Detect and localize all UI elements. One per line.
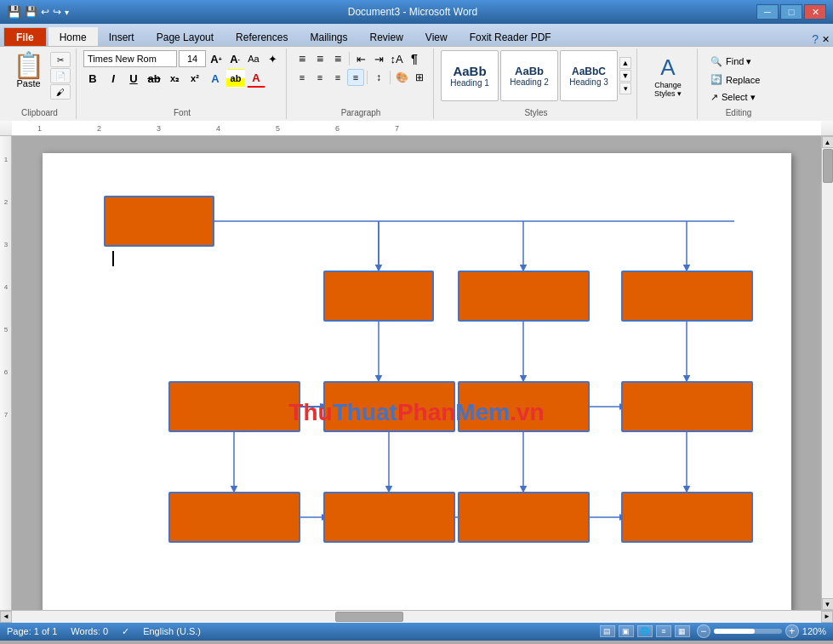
- tab-view[interactable]: View: [414, 27, 459, 46]
- font-name-input[interactable]: [83, 50, 177, 67]
- change-styles-group-content: A ChangeStyles ▾: [644, 50, 692, 106]
- align-center-button[interactable]: ≡: [311, 69, 328, 86]
- scroll-track[interactable]: [822, 148, 834, 598]
- clear-formatting-button[interactable]: ✦: [264, 50, 281, 67]
- heading1-style[interactable]: AaBb Heading 1: [441, 50, 499, 101]
- h-scroll-right-arrow[interactable]: ►: [821, 611, 833, 623]
- tab-foxit[interactable]: Foxit Reader PDF: [459, 27, 562, 46]
- zoom-controls: − + 120%: [697, 624, 826, 638]
- ribbon-expand-icon[interactable]: ✕: [822, 34, 830, 45]
- align-right-button[interactable]: ≡: [329, 69, 346, 86]
- format-painter-button[interactable]: 🖌: [50, 84, 71, 100]
- multilevel-button[interactable]: ≡: [329, 50, 346, 67]
- scroll-down-arrow[interactable]: ▼: [822, 598, 834, 610]
- flow-box-4: [621, 271, 753, 322]
- styles-scroll-up[interactable]: ▲: [619, 57, 631, 69]
- web-layout-icon[interactable]: 🌐: [637, 625, 653, 637]
- styles-group: AaBb Heading 1 AaBb Heading 2 AaBbC Head…: [436, 48, 637, 119]
- zoom-in-button[interactable]: +: [785, 624, 799, 638]
- select-button[interactable]: ↗ Select ▾: [705, 89, 773, 105]
- increase-indent-button[interactable]: ⇥: [370, 50, 387, 67]
- window-title: Document3 - Microsoft Word: [69, 6, 756, 18]
- heading1-preview: AaBb: [453, 64, 486, 78]
- print-layout-icon[interactable]: ▤: [600, 625, 615, 637]
- ribbon-help-icon[interactable]: ?: [812, 32, 819, 46]
- draft-icon[interactable]: ▦: [675, 625, 690, 637]
- h-scroll-left-arrow[interactable]: ◄: [0, 611, 12, 623]
- heading3-style[interactable]: AaBbC Heading 3: [560, 50, 618, 101]
- decrease-indent-button[interactable]: ⇤: [352, 50, 369, 67]
- subscript-button[interactable]: x₂: [165, 69, 184, 88]
- title-bar: 💾 💾 ↩ ↪ ▾ Document3 - Microsoft Word ─ □…: [0, 0, 833, 24]
- change-styles-button[interactable]: A ChangeStyles ▾: [644, 50, 692, 101]
- tab-mailings[interactable]: Mailings: [299, 27, 358, 46]
- para-row-2: ≡ ≡ ≡ ≡ ↕ 🎨 ⊞: [294, 69, 428, 86]
- copy-button[interactable]: 📄: [50, 68, 71, 83]
- tab-review[interactable]: Review: [358, 27, 414, 46]
- strikethrough-button[interactable]: ab: [145, 69, 163, 88]
- find-button[interactable]: 🔍 Find ▾: [705, 54, 773, 70]
- font-size-input[interactable]: [179, 50, 206, 67]
- heading2-label: Heading 2: [510, 77, 549, 87]
- tab-insert[interactable]: Insert: [98, 27, 145, 46]
- borders-button[interactable]: ⊞: [411, 69, 428, 86]
- replace-button[interactable]: 🔄 Replace: [705, 71, 773, 88]
- scroll-thumb[interactable]: [823, 149, 833, 183]
- show-hide-button[interactable]: ¶: [406, 50, 423, 67]
- text-highlight-button[interactable]: ab: [226, 69, 245, 88]
- svg-text:3: 3: [4, 241, 9, 248]
- font-shrink-button[interactable]: A-: [226, 50, 243, 67]
- redo-btn[interactable]: ↪: [53, 6, 61, 18]
- maximize-btn[interactable]: □: [780, 4, 802, 20]
- numbering-button[interactable]: ≡: [311, 50, 328, 67]
- text-cursor: [112, 251, 114, 266]
- font-group-content: A+ A- Aa ✦ B I U ab x₂ x² A ab A: [83, 50, 281, 106]
- zoom-out-button[interactable]: −: [697, 624, 710, 638]
- tab-references[interactable]: References: [225, 27, 299, 46]
- document-page: ThuThuatPhanMem.vn: [43, 153, 791, 610]
- sort-button[interactable]: ↕A: [388, 50, 405, 67]
- bold-button[interactable]: B: [83, 69, 102, 88]
- bullets-button[interactable]: ≡: [294, 50, 311, 67]
- scroll-up-arrow[interactable]: ▲: [822, 136, 834, 148]
- h-scroll-track[interactable]: [12, 611, 821, 623]
- ruler-marks: 1 2 3 4 5 6 7: [12, 121, 821, 136]
- document-area[interactable]: ThuThuatPhanMem.vn: [12, 136, 821, 610]
- close-btn[interactable]: ✕: [804, 4, 826, 20]
- paste-button[interactable]: 📋 Paste: [9, 50, 48, 100]
- styles-label: Styles: [524, 106, 547, 117]
- ribbon-content: 📋 Paste ✂ 📄 🖌 Clipboard A+ A- A: [0, 46, 833, 121]
- check-icon: ✓: [122, 626, 129, 637]
- clipboard-group-content: 📋 Paste ✂ 📄 🖌: [9, 50, 71, 106]
- tab-pagelayout[interactable]: Page Layout: [145, 27, 225, 46]
- align-left-button[interactable]: ≡: [294, 69, 311, 86]
- text-effect-button[interactable]: A: [206, 69, 225, 88]
- heading2-style[interactable]: AaBb Heading 2: [500, 50, 558, 101]
- outline-icon[interactable]: ≡: [656, 625, 671, 637]
- language-status[interactable]: English (U.S.): [143, 626, 201, 636]
- cut-button[interactable]: ✂: [50, 52, 71, 67]
- styles-more[interactable]: ▾: [619, 83, 631, 94]
- line-spacing-button[interactable]: ↕: [370, 69, 387, 86]
- paste-label: Paste: [16, 78, 40, 88]
- undo-btn[interactable]: ↩: [41, 6, 49, 18]
- zoom-level-text: 120%: [802, 626, 826, 636]
- shading-button[interactable]: 🎨: [393, 69, 410, 86]
- zoom-slider[interactable]: [714, 629, 782, 634]
- font-grow-button[interactable]: A+: [208, 50, 225, 67]
- justify-button[interactable]: ≡: [347, 69, 364, 86]
- change-case-button[interactable]: Aa: [245, 50, 262, 67]
- styles-scroll-down[interactable]: ▼: [619, 70, 631, 82]
- h-scroll-thumb[interactable]: [335, 612, 403, 622]
- page-status-text: Page: 1 of 1: [7, 626, 57, 636]
- tab-home[interactable]: Home: [48, 27, 98, 46]
- superscript-button[interactable]: x²: [185, 69, 204, 88]
- underline-button[interactable]: U: [124, 69, 143, 88]
- tab-file[interactable]: File: [3, 27, 47, 46]
- italic-button[interactable]: I: [104, 69, 123, 88]
- full-reading-icon[interactable]: ▣: [619, 625, 634, 637]
- save-btn[interactable]: 💾: [25, 6, 37, 18]
- minimize-btn[interactable]: ─: [756, 4, 779, 20]
- font-color-button[interactable]: A: [247, 69, 265, 88]
- quick-access-toolbar: 💾 💾 ↩ ↪ ▾: [7, 5, 69, 19]
